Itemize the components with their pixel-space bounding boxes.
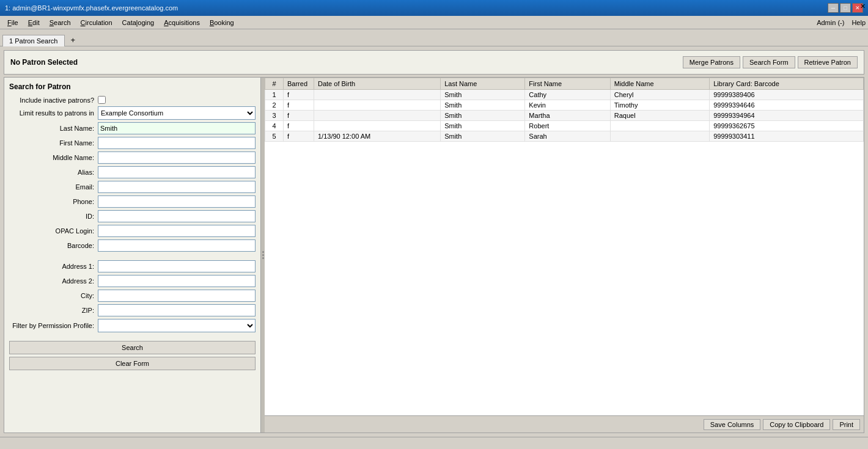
cell-num: 2	[265, 100, 284, 111]
first-name-row: First Name:	[9, 137, 256, 149]
close-tab-button[interactable]: ✕	[860, 2, 866, 10]
minimize-button[interactable]: ─	[828, 3, 839, 13]
menu-admin[interactable]: Admin (-)	[817, 19, 844, 26]
zip-input[interactable]	[98, 304, 256, 316]
cell-barcode: 99999389406	[710, 90, 864, 100]
top-panel: No Patron Selected Merge Patrons Search …	[4, 50, 864, 75]
col-header-barcode: Library Card: Barcode	[710, 78, 864, 90]
barcode-input[interactable]	[98, 239, 256, 252]
cell-middlename	[610, 121, 709, 131]
col-header-middlename: Middle Name	[610, 78, 709, 90]
middle-name-row: Middle Name:	[9, 151, 256, 164]
table-row[interactable]: 4 f Smith Robert 99999362675	[265, 121, 864, 131]
cell-barcode: 99999394646	[710, 100, 864, 111]
email-input[interactable]	[98, 181, 256, 193]
cell-firstname: Sarah	[525, 131, 610, 142]
merge-patrons-button[interactable]: Merge Patrons	[683, 56, 740, 68]
limit-select[interactable]: Example Consortium	[98, 106, 256, 120]
main-content: No Patron Selected Merge Patrons Search …	[0, 46, 868, 437]
cell-dob	[314, 100, 441, 111]
city-row: City:	[9, 290, 256, 302]
last-name-label: Last Name:	[9, 125, 98, 132]
menu-acquisitions[interactable]: Acquisitions	[159, 18, 205, 27]
barcode-row: Barcode:	[9, 239, 256, 252]
include-inactive-checkbox[interactable]	[98, 96, 106, 104]
menu-file[interactable]: File	[2, 18, 23, 27]
alias-input[interactable]	[98, 166, 256, 178]
results-tbody: 1 f Smith Cathy Cheryl 99999389406 2 f S…	[265, 90, 864, 142]
table-row[interactable]: 3 f Smith Martha Raquel 99999394964	[265, 111, 864, 121]
opac-login-input[interactable]	[98, 225, 256, 237]
table-row[interactable]: 5 f 1/13/90 12:00 AM Smith Sarah 9999930…	[265, 131, 864, 142]
last-name-row: Last Name:	[9, 122, 256, 134]
address2-row: Address 2:	[9, 275, 256, 287]
barcode-label: Barcode:	[9, 242, 98, 249]
last-name-input[interactable]	[98, 122, 256, 134]
copy-to-clipboard-button[interactable]: Copy to Clipboard	[763, 419, 830, 430]
patron-search-tab[interactable]: 1 Patron Search	[2, 35, 65, 46]
phone-label: Phone:	[9, 198, 98, 205]
results-table-container: # Barred Date of Birth Last Name First N…	[265, 78, 864, 415]
clear-form-button[interactable]: Clear Form	[9, 357, 256, 370]
cell-dob	[314, 111, 441, 121]
menu-edit[interactable]: Edit	[23, 18, 45, 27]
cell-num: 3	[265, 111, 284, 121]
title-bar: 1: admin@BR1-winxpvmfx.phasefx.evergreen…	[0, 0, 868, 16]
phone-input[interactable]	[98, 195, 256, 208]
results-panel: # Barred Date of Birth Last Name First N…	[265, 78, 864, 433]
cell-barred: f	[284, 131, 314, 142]
search-form-button[interactable]: Search Form	[743, 56, 795, 68]
cell-barred: f	[284, 90, 314, 100]
cell-firstname: Kevin	[525, 100, 610, 111]
first-name-input[interactable]	[98, 137, 256, 149]
col-header-barred: Barred	[284, 78, 314, 90]
new-tab-button[interactable]: +	[66, 34, 81, 46]
print-button[interactable]: Print	[833, 419, 860, 430]
retrieve-patron-button[interactable]: Retrieve Patron	[798, 56, 858, 68]
city-input[interactable]	[98, 290, 256, 302]
include-inactive-row: Include inactive patrons?	[9, 96, 256, 104]
col-header-lastname: Last Name	[441, 78, 525, 90]
include-inactive-label: Include inactive patrons?	[9, 97, 98, 104]
middle-name-input[interactable]	[98, 151, 256, 164]
menu-booking[interactable]: Booking	[205, 18, 239, 27]
cell-barcode: 99999362675	[710, 121, 864, 131]
cell-barred: f	[284, 121, 314, 131]
limit-label: Limit results to patrons in	[9, 109, 98, 117]
cell-firstname: Martha	[525, 111, 610, 121]
search-button[interactable]: Search	[9, 341, 256, 354]
menu-help[interactable]: Help	[851, 19, 866, 26]
cell-num: 5	[265, 131, 284, 142]
email-label: Email:	[9, 183, 98, 191]
cell-dob	[314, 90, 441, 100]
menu-cataloging[interactable]: Cataloging	[117, 18, 160, 27]
menu-right: Admin (-) Help	[817, 19, 866, 26]
cell-firstname: Robert	[525, 121, 610, 131]
cell-lastname: Smith	[441, 131, 525, 142]
patron-status-label: No Patron Selected	[10, 58, 78, 67]
table-row[interactable]: 2 f Smith Kevin Timothy 99999394646	[265, 100, 864, 111]
menu-search[interactable]: Search	[45, 18, 76, 27]
id-input[interactable]	[98, 210, 256, 222]
filter-permission-select[interactable]	[98, 319, 256, 332]
cell-lastname: Smith	[441, 100, 525, 111]
address2-input[interactable]	[98, 275, 256, 287]
form-buttons: Search Clear Form	[9, 341, 256, 370]
status-bar	[0, 437, 868, 449]
address1-row: Address 1:	[9, 260, 256, 272]
address1-input[interactable]	[98, 260, 256, 272]
maximize-button[interactable]: □	[840, 3, 851, 13]
limit-results-row: Limit results to patrons in Example Cons…	[9, 106, 256, 120]
cell-dob	[314, 121, 441, 131]
cell-lastname: Smith	[441, 90, 525, 100]
opac-login-row: OPAC Login:	[9, 225, 256, 237]
table-row[interactable]: 1 f Smith Cathy Cheryl 99999389406	[265, 90, 864, 100]
address1-label: Address 1:	[9, 263, 98, 270]
cell-dob: 1/13/90 12:00 AM	[314, 131, 441, 142]
menu-circulation[interactable]: Circulation	[76, 18, 117, 27]
cell-barcode: 99999394964	[710, 111, 864, 121]
opac-login-label: OPAC Login:	[9, 227, 98, 235]
address2-label: Address 2:	[9, 277, 98, 285]
save-columns-button[interactable]: Save Columns	[704, 419, 761, 430]
first-name-label: First Name:	[9, 139, 98, 147]
